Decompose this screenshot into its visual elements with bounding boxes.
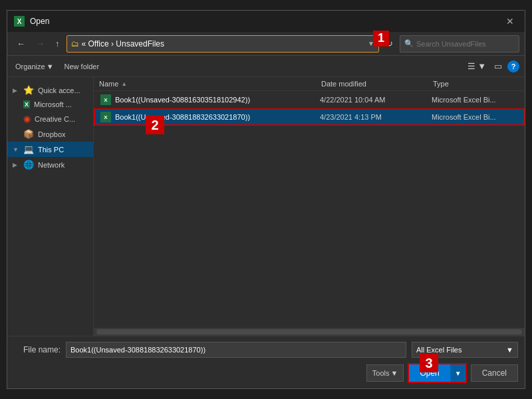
sidebar-label-creative-cloud: Creative C...	[35, 115, 75, 123]
filename-row: File name: All Excel Files ▼	[14, 342, 518, 358]
secondary-toolbar: Organize ▼ New folder ☰ ▼ ▭ ?	[7, 56, 525, 77]
sidebar-item-microsoft[interactable]: X Microsoft ...	[7, 98, 93, 111]
quick-access-icon: ⭐	[23, 85, 34, 95]
file-type-1: Microsoft Excel Bi...	[432, 96, 518, 104]
expand-icon	[13, 101, 19, 108]
dropbox-icon: 📦	[23, 129, 34, 139]
sidebar-item-quick-access[interactable]: ▶ ⭐ Quick acce...	[7, 82, 93, 98]
file-name-2: X 2 Book1((Unsaved-308818832633021870))	[100, 112, 315, 122]
sidebar-item-creative-cloud[interactable]: ◉ Creative C...	[7, 111, 93, 126]
open-dropdown-button[interactable]: ▼	[450, 364, 466, 382]
scrollbar-track	[96, 329, 522, 334]
step-label-2: 2	[146, 116, 164, 134]
file-type-2: Microsoft Excel Bi...	[432, 113, 518, 121]
sidebar-label-network: Network	[38, 161, 65, 169]
up-button[interactable]: ↑	[51, 37, 64, 51]
sidebar: ▶ ⭐ Quick acce... X Microsoft ... ◉ Crea…	[7, 77, 94, 336]
file-row-1[interactable]: X Book1((Unsaved-308816303518102942)) 4/…	[94, 91, 525, 108]
expand-icon: ▶	[13, 87, 19, 94]
tools-button[interactable]: Tools ▼	[366, 364, 404, 382]
sidebar-label-this-pc: This PC	[38, 146, 64, 154]
step-label-1: 1	[373, 31, 389, 47]
main-content: ▶ ⭐ Quick acce... X Microsoft ... ◉ Crea…	[7, 77, 525, 336]
network-icon: 🌐	[23, 160, 34, 170]
view-options-button[interactable]: ☰ ▼	[465, 60, 489, 72]
excel-file-icon-2: X 2	[100, 112, 111, 122]
file-list: X Book1((Unsaved-308816303518102942)) 4/…	[94, 91, 525, 328]
close-button[interactable]: ✕	[502, 15, 518, 28]
file-date-2: 4/23/2021 4:13 PM	[320, 113, 426, 121]
sidebar-label-microsoft: Microsoft ...	[34, 100, 72, 108]
excel-title-icon: X	[14, 16, 25, 27]
column-name[interactable]: Name ▲	[99, 80, 316, 88]
sidebar-item-dropbox[interactable]: 📦 Dropbox	[7, 126, 93, 142]
title-bar: X Open ✕	[7, 11, 525, 32]
navigation-toolbar: ← → ↑ 🗂 « Office › UnsavedFiles ▼ 1 ↻ 🔍	[7, 32, 525, 56]
forward-button[interactable]: →	[32, 37, 49, 51]
file-row-2[interactable]: X 2 Book1((Unsaved-308818832633021870)) …	[94, 108, 525, 126]
file-area: Name ▲ Date modified Type X Book1((Unsav…	[94, 77, 525, 336]
address-text: « Office › UnsavedFiles	[82, 39, 366, 49]
sidebar-item-this-pc[interactable]: ▼ 💻 This PC	[7, 142, 93, 157]
search-input[interactable]	[416, 40, 515, 48]
file-date-1: 4/22/2021 10:04 AM	[320, 96, 426, 104]
search-icon: 🔍	[404, 39, 414, 48]
creative-cloud-icon: ◉	[23, 114, 31, 124]
new-folder-button[interactable]: New folder	[62, 61, 102, 72]
title-bar-left: X Open	[14, 16, 49, 27]
address-bar[interactable]: 🗂 « Office › UnsavedFiles ▼ 1	[66, 35, 380, 53]
help-button[interactable]: ?	[507, 61, 519, 72]
step-label-3: 3	[420, 354, 438, 372]
sidebar-label-quick-access: Quick acce...	[38, 86, 80, 94]
this-pc-icon: 💻	[23, 144, 34, 154]
preview-button[interactable]: ▭	[491, 60, 505, 72]
search-box: 🔍	[400, 35, 519, 53]
excel-file-icon-1: X	[100, 94, 111, 105]
expand-icon: ▶	[13, 162, 19, 168]
expand-icon	[13, 116, 19, 122]
sort-arrow: ▲	[121, 80, 127, 87]
sidebar-label-dropbox: Dropbox	[38, 130, 66, 138]
file-column-headers: Name ▲ Date modified Type	[94, 77, 525, 91]
bottom-panel: File name: All Excel Files ▼ 3 Tools ▼ O…	[7, 336, 525, 388]
sidebar-group: ▶ ⭐ Quick acce... X Microsoft ... ◉ Crea…	[7, 82, 93, 172]
cancel-button[interactable]: Cancel	[471, 364, 518, 382]
expand-icon	[13, 131, 19, 138]
back-button[interactable]: ←	[13, 37, 29, 51]
filetype-dropdown-arrow: ▼	[506, 346, 513, 354]
dialog-title: Open	[30, 17, 49, 26]
organize-button[interactable]: Organize ▼	[13, 61, 57, 72]
horizontal-scrollbar[interactable]	[94, 328, 525, 336]
file-name-1: X Book1((Unsaved-308816303518102942))	[100, 94, 315, 105]
open-dialog: X Open ✕ ← → ↑ 🗂 « Office › UnsavedFiles…	[7, 10, 525, 389]
microsoft-icon: X	[23, 100, 30, 108]
column-type[interactable]: Type	[433, 80, 519, 88]
column-date[interactable]: Date modified	[321, 80, 428, 88]
filename-input[interactable]	[66, 342, 406, 358]
address-folder-icon: 🗂	[71, 39, 79, 49]
sidebar-item-network[interactable]: ▶ 🌐 Network	[7, 157, 93, 172]
expand-icon: ▼	[13, 146, 19, 153]
toolbar2-right: ☰ ▼ ▭ ?	[465, 60, 519, 72]
filename-label: File name:	[14, 345, 61, 354]
tools-dropdown-arrow: ▼	[390, 369, 398, 377]
buttons-row: 3 Tools ▼ Open ▼ Cancel	[14, 363, 518, 383]
